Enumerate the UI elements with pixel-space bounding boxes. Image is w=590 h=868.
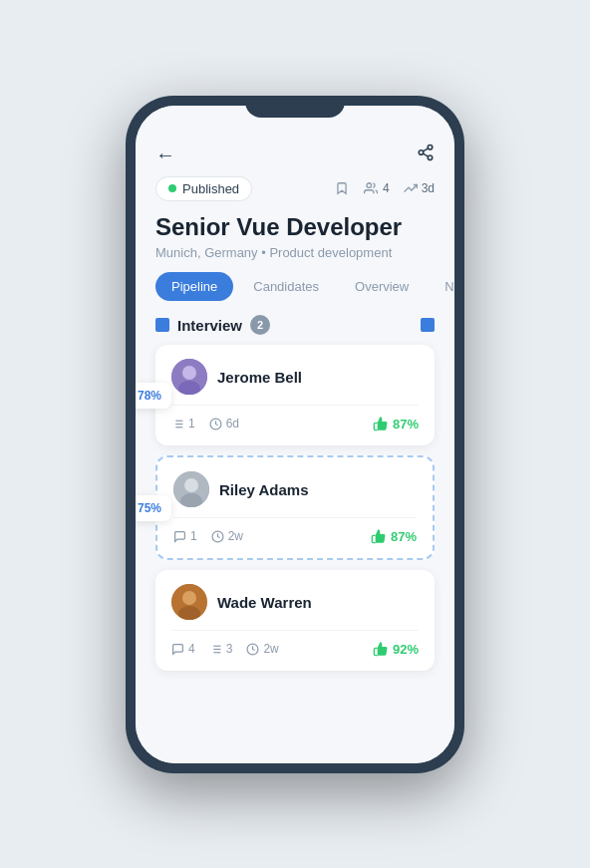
wade-match: 92% <box>373 641 419 657</box>
tab-pipeline[interactable]: Pipeline <box>155 272 233 301</box>
svg-line-4 <box>423 148 428 151</box>
stage-color-indicator <box>155 318 169 332</box>
jerome-side-pct: 78% <box>136 383 171 409</box>
wade-comments: 4 <box>171 642 195 656</box>
candidates-area: 78% Jerome Bell <box>136 345 454 671</box>
riley-time: 2w <box>211 529 243 543</box>
tab-notes[interactable]: Notes <box>429 272 454 301</box>
candidate-card-jerome[interactable]: Jerome Bell 1 <box>155 345 435 445</box>
phone-frame: ← Published <box>126 96 464 773</box>
svg-point-17 <box>184 478 198 492</box>
job-title: Senior Vue Developer <box>136 209 454 244</box>
riley-side-pct: 75% <box>136 495 171 521</box>
svg-point-7 <box>182 366 196 380</box>
share-button[interactable] <box>417 144 435 165</box>
team-count: 4 <box>383 181 390 195</box>
svg-point-5 <box>367 183 372 188</box>
tab-candidates[interactable]: Candidates <box>237 272 335 301</box>
wade-checklist: 3 <box>209 642 233 656</box>
svg-line-3 <box>423 153 428 156</box>
candidate-card-wade[interactable]: Wade Warren 4 <box>155 570 435 671</box>
phone-notch <box>245 96 345 118</box>
wade-time: 2w <box>246 642 278 656</box>
riley-avatar <box>173 471 209 507</box>
riley-meta: 1 2w <box>173 528 417 544</box>
stage-title: Interview <box>177 317 242 334</box>
status-row: Published 4 <box>136 172 454 209</box>
riley-divider <box>173 517 417 518</box>
jerome-time: 6d <box>209 417 239 431</box>
candidate-card-riley[interactable]: Riley Adams 1 <box>155 455 435 560</box>
phone-screen: ← Published <box>136 106 454 763</box>
bookmark-item <box>335 181 349 195</box>
screen-content: ← Published <box>136 106 454 763</box>
days-item: 3d <box>404 181 435 195</box>
back-button[interactable]: ← <box>155 144 175 166</box>
wade-warren-wrapper: Wade Warren 4 <box>136 570 454 671</box>
wade-name: Wade Warren <box>217 594 312 611</box>
days-label: 3d <box>422 181 435 195</box>
riley-comments: 1 <box>173 529 197 543</box>
job-subtitle: Munich, Germany • Product development <box>136 243 454 272</box>
stage-header: Interview 2 <box>136 315 454 345</box>
jerome-checklist: 1 <box>171 417 195 431</box>
wade-avatar <box>171 584 207 620</box>
top-bar: ← <box>136 136 454 172</box>
riley-match: 87% <box>371 528 417 544</box>
tab-overview[interactable]: Overview <box>339 272 425 301</box>
jerome-bell-wrapper: 78% Jerome Bell <box>136 345 454 445</box>
team-count-item: 4 <box>363 181 390 195</box>
riley-header: Riley Adams <box>173 471 417 507</box>
jerome-divider <box>171 405 419 406</box>
riley-adams-wrapper: 75% Riley Adams <box>136 455 454 560</box>
jerome-meta: 1 6d <box>171 416 419 432</box>
status-dot <box>168 184 176 192</box>
jerome-match: 87% <box>373 416 419 432</box>
jerome-avatar <box>171 359 207 395</box>
wade-meta: 4 3 <box>171 641 419 657</box>
stage-color-right <box>421 318 435 332</box>
wade-header: Wade Warren <box>171 584 419 620</box>
wade-divider <box>171 630 419 631</box>
riley-name: Riley Adams <box>219 481 308 498</box>
jerome-header: Jerome Bell <box>171 359 419 395</box>
tab-bar: Pipeline Candidates Overview Notes <box>136 272 454 301</box>
jerome-name: Jerome Bell <box>217 369 302 386</box>
published-badge: Published <box>155 176 252 201</box>
status-icons: 4 3d <box>335 181 435 195</box>
published-label: Published <box>182 181 239 196</box>
stage-count-badge: 2 <box>250 315 270 335</box>
svg-point-21 <box>182 591 196 605</box>
